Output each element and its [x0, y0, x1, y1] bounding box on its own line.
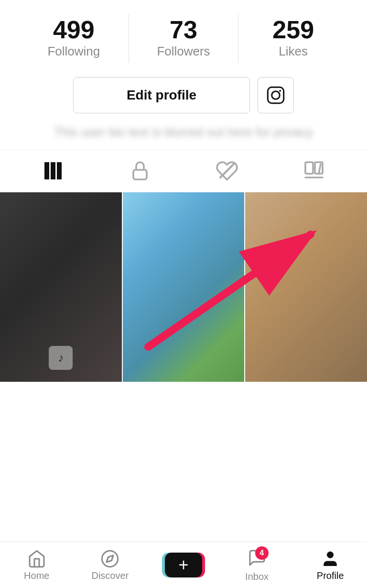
nav-home[interactable]: Home — [0, 542, 74, 588]
video-thumb-1[interactable]: ♪ — [0, 192, 122, 382]
action-row: Edit profile — [0, 72, 367, 123]
bio-area: This user bio text is blurred out here f… — [0, 123, 367, 149]
profile-icon — [321, 549, 340, 568]
likes-count: 259 — [272, 17, 314, 42]
instagram-icon — [266, 86, 285, 105]
tiktok-watermark-1: ♪ — [46, 344, 75, 372]
liked-icon — [216, 159, 238, 182]
nav-inbox-label: Inbox — [245, 571, 269, 582]
tab-liked[interactable] — [184, 157, 270, 184]
grid-icon — [42, 159, 65, 182]
svg-point-16 — [327, 552, 334, 558]
inbox-badge-container: 4 — [248, 548, 267, 569]
bottom-nav: Home Discover + 4 Inbox Profile — [0, 542, 367, 588]
discover-icon — [100, 549, 119, 568]
video-grid: ♪ — [0, 192, 367, 382]
stats-row: 499 Following 73 Followers 259 Likes — [0, 0, 367, 72]
followers-stat[interactable]: 73 Followers — [129, 13, 238, 63]
tab-private[interactable] — [97, 157, 184, 184]
tab-grid[interactable] — [10, 157, 97, 184]
followers-count: 73 — [170, 17, 197, 42]
following-stat[interactable]: 499 Following — [19, 13, 129, 63]
svg-point-2 — [279, 90, 281, 92]
svg-rect-4 — [51, 162, 55, 179]
video-thumb-3[interactable] — [245, 192, 367, 382]
likes-label: Likes — [279, 44, 308, 59]
edit-profile-button[interactable]: Edit profile — [73, 77, 250, 113]
tiktok-logo-1: ♪ — [49, 346, 73, 370]
nav-discover[interactable]: Discover — [74, 542, 147, 588]
nav-inbox[interactable]: 4 Inbox — [220, 542, 294, 588]
lock-icon — [129, 159, 151, 182]
svg-rect-0 — [268, 87, 283, 103]
following-label: Following — [47, 44, 100, 59]
home-icon — [27, 549, 46, 568]
post-plus-icon: + — [178, 555, 188, 575]
svg-point-14 — [102, 551, 118, 566]
svg-point-1 — [272, 91, 280, 100]
nav-home-label: Home — [24, 570, 49, 581]
svg-rect-5 — [57, 162, 62, 179]
instagram-button[interactable] — [258, 77, 294, 113]
following-count: 499 — [53, 17, 95, 42]
followers-label: Followers — [157, 44, 210, 59]
bio-text: This user bio text is blurred out here f… — [54, 125, 313, 140]
post-button-inner: + — [165, 553, 202, 577]
inbox-badge-count: 4 — [255, 546, 269, 560]
nav-post[interactable]: + — [147, 542, 220, 588]
svg-rect-3 — [44, 162, 49, 179]
tab-tagged[interactable] — [270, 157, 357, 184]
content-tabs — [0, 149, 367, 192]
svg-rect-8 — [305, 162, 313, 174]
video-thumb-2[interactable] — [123, 192, 245, 382]
svg-marker-15 — [107, 555, 113, 562]
svg-line-11 — [319, 164, 321, 174]
nav-profile-label: Profile — [317, 570, 344, 581]
tagged-icon — [302, 159, 325, 182]
svg-rect-6 — [133, 170, 147, 179]
nav-profile[interactable]: Profile — [293, 542, 367, 588]
likes-stat[interactable]: 259 Likes — [238, 13, 348, 63]
nav-discover-label: Discover — [91, 570, 129, 581]
